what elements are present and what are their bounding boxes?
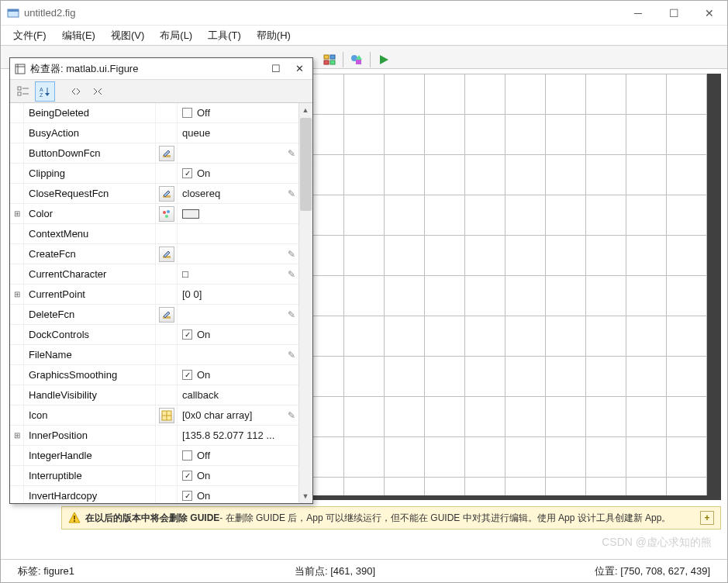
edit-pencil-icon[interactable]: ✎ bbox=[288, 410, 295, 421]
checkbox-icon[interactable] bbox=[182, 168, 192, 178]
property-value[interactable]: ✎ bbox=[178, 345, 300, 364]
status-tag-value: figure1 bbox=[43, 565, 74, 577]
expand-toggle[interactable]: ⊞ bbox=[10, 204, 24, 223]
expand-toggle bbox=[10, 164, 24, 183]
checkbox-icon[interactable] bbox=[182, 491, 192, 501]
color-editor-icon[interactable] bbox=[159, 206, 174, 222]
property-row[interactable]: ButtonDownFcn✎ bbox=[10, 143, 312, 164]
callback-editor-icon[interactable] bbox=[159, 186, 174, 202]
property-value[interactable]: Off bbox=[178, 103, 300, 122]
callback-editor-icon[interactable] bbox=[159, 247, 174, 262]
property-row[interactable]: DockControlsOn bbox=[10, 325, 312, 345]
property-row[interactable]: InterruptibleOn bbox=[10, 466, 312, 486]
menu-tools[interactable]: 工具(T) bbox=[200, 26, 249, 45]
align-tool-icon[interactable] bbox=[320, 50, 339, 69]
status-point-label: 当前点: bbox=[295, 565, 328, 577]
property-row[interactable]: GraphicsSmoothingOn bbox=[10, 365, 312, 385]
edit-pencil-icon[interactable]: ✎ bbox=[288, 269, 295, 280]
shapes-tool-icon[interactable] bbox=[347, 50, 366, 69]
property-editor-slot bbox=[156, 224, 178, 243]
status-tag-label: 标签: bbox=[18, 565, 41, 577]
scroll-thumb[interactable] bbox=[300, 118, 312, 211]
checkbox-icon[interactable] bbox=[182, 370, 192, 380]
property-grid[interactable]: BeingDeletedOffBusyActionqueue▼ButtonDow… bbox=[10, 103, 312, 503]
property-row[interactable]: ContextMenu▼ bbox=[10, 224, 312, 244]
property-value[interactable]: On bbox=[178, 466, 300, 485]
warning-expand-button[interactable]: + bbox=[700, 511, 714, 525]
scroll-down-button[interactable]: ▼ bbox=[299, 489, 312, 502]
expand-button[interactable] bbox=[66, 81, 86, 102]
property-row[interactable]: BusyActionqueue▼ bbox=[10, 123, 312, 143]
menu-edit[interactable]: 编辑(E) bbox=[54, 26, 103, 45]
property-row[interactable]: IntegerHandleOff bbox=[10, 446, 312, 466]
property-value[interactable]: □✎ bbox=[178, 264, 300, 284]
property-value[interactable] bbox=[178, 204, 300, 223]
menu-file[interactable]: 文件(F) bbox=[5, 26, 54, 45]
checkbox-icon[interactable] bbox=[182, 329, 192, 340]
property-value[interactable]: closereq✎ bbox=[178, 184, 300, 203]
property-value[interactable]: On bbox=[178, 325, 300, 344]
property-row[interactable]: ⊞InnerPosition[135.8 52.077 112 ... bbox=[10, 426, 312, 446]
property-value[interactable]: callback bbox=[178, 385, 300, 405]
property-value[interactable]: On bbox=[178, 486, 300, 503]
inspector-maximize-button[interactable]: ☐ bbox=[264, 60, 288, 78]
array-editor-icon[interactable] bbox=[159, 408, 174, 423]
checkbox-icon[interactable] bbox=[182, 471, 192, 481]
collapse-button[interactable] bbox=[88, 81, 108, 102]
property-row[interactable]: CurrentCharacter□✎ bbox=[10, 264, 312, 285]
color-swatch[interactable] bbox=[182, 209, 199, 219]
property-value[interactable]: ✎ bbox=[178, 143, 300, 163]
edit-pencil-icon[interactable]: ✎ bbox=[288, 350, 295, 360]
property-value[interactable]: On bbox=[178, 365, 300, 385]
property-row[interactable]: CreateFcn✎ bbox=[10, 244, 312, 264]
property-value[interactable]: [135.8 52.077 112 ... bbox=[178, 426, 300, 445]
run-button[interactable] bbox=[374, 50, 393, 69]
menu-view[interactable]: 视图(V) bbox=[103, 26, 152, 45]
property-row[interactable]: FileName✎ bbox=[10, 345, 312, 365]
property-editor-slot bbox=[156, 285, 178, 304]
svg-rect-1 bbox=[8, 9, 19, 12]
property-value[interactable]: [0 0] bbox=[178, 285, 300, 304]
property-row[interactable]: Icon[0x0 char array]✎ bbox=[10, 405, 312, 426]
property-value[interactable] bbox=[178, 224, 300, 243]
inspector-scrollbar[interactable]: ▲ ▼ bbox=[298, 103, 312, 502]
window-titlebar: untitled2.fig ─ ☐ ✕ bbox=[1, 1, 727, 26]
expand-toggle[interactable]: ⊞ bbox=[10, 285, 24, 304]
property-value[interactable]: ✎ bbox=[178, 305, 300, 324]
edit-pencil-icon[interactable]: ✎ bbox=[288, 309, 295, 320]
property-value[interactable]: On bbox=[178, 164, 300, 183]
callback-editor-icon[interactable] bbox=[159, 307, 174, 323]
property-row[interactable]: InvertHardcopyOn bbox=[10, 486, 312, 503]
window-minimize-button[interactable]: ─ bbox=[620, 1, 656, 26]
property-row[interactable]: ⊞Color▼ bbox=[10, 204, 312, 224]
property-row[interactable]: BeingDeletedOff bbox=[10, 103, 312, 123]
checkbox-icon[interactable] bbox=[182, 108, 192, 118]
categorize-button[interactable] bbox=[13, 81, 33, 102]
expand-toggle[interactable]: ⊞ bbox=[10, 426, 24, 445]
edit-pencil-icon[interactable]: ✎ bbox=[288, 188, 295, 199]
edit-pencil-icon[interactable]: ✎ bbox=[288, 249, 295, 260]
inspector-titlebar[interactable]: 检查器: matlab.ui.Figure ☐ ✕ bbox=[10, 58, 312, 80]
property-row[interactable]: ClippingOn bbox=[10, 164, 312, 184]
property-value[interactable]: queue bbox=[178, 123, 300, 143]
status-bar: 标签: figure1 当前点: [461, 390] 位置: [750, 70… bbox=[1, 559, 727, 582]
callback-editor-icon[interactable] bbox=[159, 146, 174, 161]
property-row[interactable]: ⊞CurrentPoint[0 0] bbox=[10, 285, 312, 305]
property-editor-slot bbox=[156, 385, 178, 405]
property-row[interactable]: CloseRequestFcnclosereq✎ bbox=[10, 184, 312, 204]
menu-help[interactable]: 帮助(H) bbox=[249, 26, 298, 45]
sort-az-button[interactable]: AZ bbox=[35, 81, 55, 102]
property-value[interactable]: [0x0 char array]✎ bbox=[178, 405, 300, 425]
edit-pencil-icon[interactable]: ✎ bbox=[288, 148, 295, 159]
window-close-button[interactable]: ✕ bbox=[692, 1, 727, 26]
window-maximize-button[interactable]: ☐ bbox=[656, 1, 692, 26]
checkbox-icon[interactable] bbox=[182, 450, 192, 461]
property-value[interactable]: ✎ bbox=[178, 244, 300, 264]
menu-layout[interactable]: 布局(L) bbox=[152, 26, 200, 45]
property-row[interactable]: DeleteFcn✎ bbox=[10, 305, 312, 325]
scroll-up-button[interactable]: ▲ bbox=[299, 103, 312, 116]
property-row[interactable]: HandleVisibilitycallback▼ bbox=[10, 385, 312, 405]
inspector-close-button[interactable]: ✕ bbox=[288, 60, 311, 78]
property-value[interactable]: Off bbox=[178, 446, 300, 465]
property-editor-slot bbox=[156, 244, 178, 264]
